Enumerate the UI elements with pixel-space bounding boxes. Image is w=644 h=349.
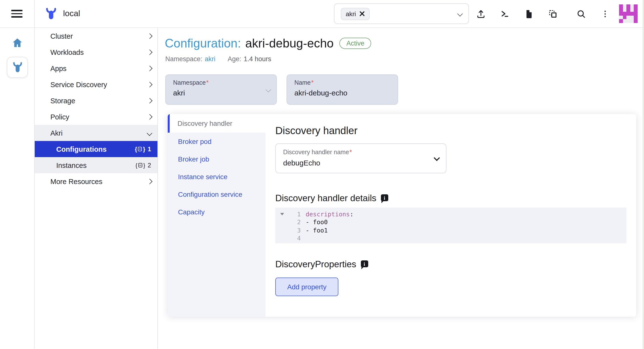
sidebar-item-policy[interactable]: Policy	[35, 109, 158, 125]
chevron-down-icon	[457, 11, 462, 16]
copy-kubeconfig-icon	[548, 9, 558, 19]
sidebar-item-label: More Resources	[50, 177, 102, 185]
avatar-cell	[634, 19, 638, 23]
namespace-field[interactable]: Namespace akri	[165, 74, 277, 105]
namespace-filter-chip[interactable]: akri	[341, 8, 370, 20]
avatar-cell	[619, 16, 623, 19]
cluster-shortcut-local[interactable]	[7, 57, 28, 78]
header-actions	[475, 0, 611, 28]
code-text: - foo0	[306, 219, 328, 226]
editor-line: 3- foo1	[275, 226, 626, 234]
sidebar-item-configurations[interactable]: Configurations1	[35, 141, 158, 157]
kubectl-shell-button[interactable]	[499, 9, 510, 19]
copy-kubeconfig-button[interactable]	[547, 9, 558, 19]
section-heading: Discovery handler	[275, 125, 626, 137]
avatar-cell	[630, 5, 634, 8]
tab-discovery-handler[interactable]: Discovery handler	[168, 114, 266, 133]
tab-instance-service[interactable]: Instance service	[168, 168, 266, 186]
chevron-right-icon	[147, 50, 152, 55]
namespace-field-label: Namespace	[173, 79, 269, 86]
chevron-right-icon	[147, 82, 152, 87]
avatar-cell	[626, 19, 630, 23]
code-token: - foo0	[306, 219, 328, 226]
info-tooltip-icon[interactable]	[361, 260, 368, 267]
sidebar-item-more-resources[interactable]: More Resources	[35, 173, 158, 189]
name-field[interactable]: Name akri-debug-echo	[286, 74, 398, 105]
rancher-logo[interactable]	[44, 7, 58, 20]
line-number: 3	[289, 227, 301, 234]
avatar-cell	[619, 12, 623, 16]
kubectl-shell-icon	[500, 9, 510, 19]
user-avatar[interactable]	[619, 5, 638, 23]
avatar-cell	[630, 12, 634, 16]
cluster-name: local	[63, 9, 80, 19]
info-tooltip-icon[interactable]	[381, 194, 388, 201]
editor-line: 1descriptions:	[275, 210, 626, 218]
avatar-cell	[626, 12, 630, 16]
namespace-link[interactable]: akri	[205, 55, 216, 63]
avatar-cell	[634, 5, 638, 8]
chevron-right-icon	[147, 114, 152, 119]
right-edge-strip	[642, 0, 644, 349]
sidebar-item-storage[interactable]: Storage	[35, 93, 158, 109]
sidebar-item-label: Configurations	[56, 145, 106, 153]
header-divider	[0, 28, 644, 28]
sidebar-item-apps[interactable]: Apps	[35, 60, 158, 76]
search-button[interactable]	[575, 9, 587, 19]
resource-count: 1	[148, 146, 151, 152]
editor-line: 4	[275, 234, 626, 242]
avatar-cell	[626, 5, 630, 8]
hamburger-menu-icon[interactable]	[11, 10, 22, 18]
resource-count: 2	[148, 162, 151, 169]
chevron-right-icon	[147, 98, 152, 103]
name-namespace-form: Namespace akri Name akri-debug-echo	[165, 74, 398, 105]
status-badge: Active	[340, 38, 372, 49]
sidebar-item-akri[interactable]: Akri	[35, 125, 158, 141]
avatar-cell	[623, 16, 626, 19]
yaml-editor[interactable]: 1descriptions:2- foo03- foo14	[275, 208, 626, 243]
fold-caret-icon[interactable]	[280, 213, 284, 215]
select-label: Discovery handler name	[283, 149, 438, 156]
page-title: Configuration: akri-debug-echo Active	[165, 36, 371, 51]
namespace-field-value: akri	[173, 89, 269, 97]
import-yaml-icon	[476, 9, 486, 19]
namespace-filter-select[interactable]: akri	[334, 4, 469, 24]
sidebar-item-label: Cluster	[50, 32, 73, 40]
sidebar-item-cluster[interactable]: Cluster	[35, 28, 158, 44]
tab-broker-job[interactable]: Broker job	[168, 150, 266, 168]
kubeconfig-file-button[interactable]	[523, 9, 534, 19]
add-property-button[interactable]: Add property	[275, 277, 338, 296]
chevron-down-icon	[147, 130, 152, 135]
cluster-steer-icon	[12, 62, 23, 73]
age-label: Age:	[228, 55, 241, 63]
brace-icon	[135, 146, 137, 152]
resource-meta: Namespace: akri Age: 1.4 hours	[165, 55, 271, 63]
sidebar-item-service-discovery[interactable]: Service Discovery	[35, 76, 158, 93]
sidebar-item-workloads[interactable]: Workloads	[35, 44, 158, 60]
discovery-handler-select[interactable]: Discovery handler name debugEcho	[275, 143, 446, 173]
left-rail	[0, 0, 35, 349]
tab-configuration-service[interactable]: Configuration service	[168, 186, 266, 203]
import-yaml-button[interactable]	[475, 9, 486, 19]
steer-logo-icon	[44, 7, 58, 20]
home-button[interactable]	[0, 37, 34, 49]
editor-line: 2- foo0	[275, 218, 626, 226]
avatar-cell	[630, 19, 634, 23]
code-text: descriptions:	[306, 210, 354, 218]
tab-capacity[interactable]: Capacity	[168, 203, 266, 221]
tab-broker-pod[interactable]: Broker pod	[168, 133, 266, 150]
line-number: 1	[289, 210, 301, 218]
brace-icon	[143, 162, 145, 169]
kubeconfig-file-icon	[524, 9, 534, 19]
code-token: descriptions	[306, 210, 350, 218]
sidebar-item-label: Storage	[50, 97, 75, 105]
remove-chip-icon[interactable]	[360, 11, 365, 17]
avatar-cell	[623, 5, 626, 8]
detail-tabs: Discovery handlerBroker podBroker jobIns…	[168, 114, 266, 317]
sidebar-item-label: Instances	[56, 161, 86, 169]
namespace-chip-label: akri	[346, 10, 356, 17]
more-options-button[interactable]	[599, 9, 611, 19]
resource-kind: Configuration:	[165, 36, 241, 51]
sidebar-item-instances[interactable]: Instances2	[35, 157, 158, 173]
avatar-cell	[619, 8, 623, 12]
